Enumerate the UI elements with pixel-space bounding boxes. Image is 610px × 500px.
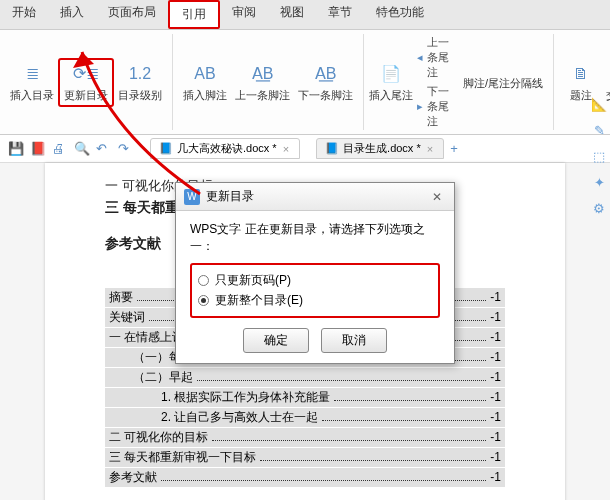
toc-dots [260, 454, 486, 461]
toc-page: -1 [490, 390, 501, 404]
update-toc-button[interactable]: ⟳≣ 更新目录 [58, 58, 114, 107]
option-update-entire[interactable]: 更新整个目录(E) [198, 292, 432, 309]
tool-icon[interactable]: ✦ [590, 173, 608, 191]
update-toc-label: 更新目录 [64, 88, 108, 103]
radio-selected-icon [198, 295, 209, 306]
insert-en-label: 插入尾注 [369, 88, 413, 103]
prev-fn-label: 上一条脚注 [235, 88, 290, 103]
toc-dots [197, 374, 486, 381]
next-fn-icon: A͟B [314, 62, 338, 86]
ribbon: ≣ 插入目录 ⟳≣ 更新目录 1.2 目录级别 AB 插入脚注 A͟B 上一条脚… [0, 30, 610, 135]
tab-review[interactable]: 审阅 [220, 0, 268, 29]
toc-text: 二 可视化你的目标 [109, 429, 208, 446]
toc-page: -1 [490, 290, 501, 304]
doc-tab-1[interactable]: 📘 几大高效秘诀.docx * × [150, 138, 300, 159]
tab-view[interactable]: 视图 [268, 0, 316, 29]
tab-start[interactable]: 开始 [0, 0, 48, 29]
doc-icon: 📘 [159, 142, 173, 155]
toc-dots [334, 394, 486, 401]
toc-dots [212, 434, 486, 441]
prev-endnote-button[interactable]: ◂ 上一条尾注 [412, 34, 459, 81]
insert-endnote-button[interactable]: 📄 插入尾注 [370, 60, 412, 105]
print-icon[interactable]: 🖨 [52, 141, 68, 157]
pencil-icon[interactable]: ✎ [590, 121, 608, 139]
toc-page: -1 [490, 330, 501, 344]
pdf-icon[interactable]: 📕 [30, 141, 46, 157]
level-icon: 1.2 [128, 62, 152, 86]
redo-icon[interactable]: ↷ [118, 141, 134, 157]
toc-row[interactable]: 参考文献-1 [105, 468, 505, 487]
doc-tab-2[interactable]: 📘 目录生成.docx * × [316, 138, 444, 159]
caption-icon: 🗎 [569, 62, 593, 86]
toc-row[interactable]: 三 每天都重新审视一下目标-1 [105, 448, 505, 467]
option-update-pages[interactable]: 只更新页码(P) [198, 272, 432, 289]
toc-level-label: 目录级别 [118, 88, 162, 103]
close-icon[interactable]: × [425, 143, 435, 155]
doc-tab-1-label: 几大高效秘诀.docx * [177, 141, 277, 156]
toc-text: 摘要 [109, 289, 133, 306]
prev-fn-icon: A͟B [251, 62, 275, 86]
toc-page: -1 [490, 310, 501, 324]
toc-page: -1 [490, 470, 501, 484]
toc-text: 1. 根据实际工作为身体补充能量 [161, 389, 330, 406]
tab-insert[interactable]: 插入 [48, 0, 96, 29]
gear-icon[interactable]: ⚙ [590, 199, 608, 217]
insert-footnote-button[interactable]: AB 插入脚注 [179, 60, 231, 105]
insert-toc-button[interactable]: ≣ 插入目录 [6, 60, 58, 105]
dialog-close-button[interactable]: ✕ [428, 190, 446, 204]
toc-dots [322, 414, 486, 421]
select-icon[interactable]: ⬚ [590, 147, 608, 165]
cancel-button[interactable]: 取消 [321, 328, 387, 353]
prev-footnote-button[interactable]: A͟B 上一条脚注 [231, 60, 294, 105]
toc-row[interactable]: （二）早起-1 [105, 368, 505, 387]
toc-page: -1 [490, 450, 501, 464]
preview-icon[interactable]: 🔍 [74, 141, 90, 157]
fn-en-separator-button[interactable]: 脚注/尾注分隔线 [459, 72, 547, 93]
option-update-pages-label: 只更新页码(P) [215, 272, 291, 289]
toc-row[interactable]: 2. 让自己多与高效人士在一起-1 [105, 408, 505, 427]
close-icon[interactable]: × [281, 143, 291, 155]
toc-page: -1 [490, 350, 501, 364]
tab-chapter[interactable]: 章节 [316, 0, 364, 29]
option-update-entire-label: 更新整个目录(E) [215, 292, 303, 309]
ribbon-tabs: 开始 插入 页面布局 引用 审阅 视图 章节 特色功能 [0, 0, 610, 30]
dialog-title: 更新目录 [206, 188, 254, 205]
toc-text: 关键词 [109, 309, 145, 326]
next-footnote-button[interactable]: A͟B 下一条脚注 [294, 60, 357, 105]
toc-icon: ≣ [20, 62, 44, 86]
toc-page: -1 [490, 430, 501, 444]
prev-en-icon: ◂ [416, 51, 423, 65]
tab-references[interactable]: 引用 [168, 0, 220, 29]
endnote-icon: 📄 [379, 62, 403, 86]
toc-text: 三 每天都重新审视一下目标 [109, 449, 256, 466]
ruler-icon[interactable]: 📐 [590, 95, 608, 113]
update-toc-dialog: W 更新目录 ✕ WPS文字 正在更新目录，请选择下列选项之一： 只更新页码(P… [175, 182, 455, 364]
toc-text: （二）早起 [133, 369, 193, 386]
footnote-icon: AB [193, 62, 217, 86]
toc-row[interactable]: 1. 根据实际工作为身体补充能量-1 [105, 388, 505, 407]
doc-icon: 📘 [325, 142, 339, 155]
prev-en-label: 上一条尾注 [427, 35, 455, 80]
next-endnote-button[interactable]: ▸ 下一条尾注 [412, 83, 459, 130]
insert-fn-label: 插入脚注 [183, 88, 227, 103]
undo-icon[interactable]: ↶ [96, 141, 112, 157]
tab-special[interactable]: 特色功能 [364, 0, 436, 29]
toc-page: -1 [490, 370, 501, 384]
ok-button[interactable]: 确定 [243, 328, 309, 353]
doc-tab-2-label: 目录生成.docx * [343, 141, 421, 156]
fn-en-sep-label: 脚注/尾注分隔线 [463, 76, 543, 91]
next-fn-label: 下一条脚注 [298, 88, 353, 103]
new-tab-button[interactable]: + [450, 141, 466, 157]
tab-layout[interactable]: 页面布局 [96, 0, 168, 29]
dialog-titlebar[interactable]: W 更新目录 ✕ [176, 183, 454, 211]
save-icon[interactable]: 💾 [8, 141, 24, 157]
toc-text: 参考文献 [109, 469, 157, 486]
toc-row[interactable]: 二 可视化你的目标-1 [105, 428, 505, 447]
side-toolbar: 📐 ✎ ⬚ ✦ ⚙ [590, 95, 608, 217]
next-en-label: 下一条尾注 [427, 84, 455, 129]
dialog-options: 只更新页码(P) 更新整个目录(E) [190, 263, 440, 318]
refresh-icon: ⟳≣ [74, 62, 98, 86]
toc-dots [161, 474, 486, 481]
toc-level-button[interactable]: 1.2 目录级别 [114, 60, 166, 105]
radio-icon [198, 275, 209, 286]
